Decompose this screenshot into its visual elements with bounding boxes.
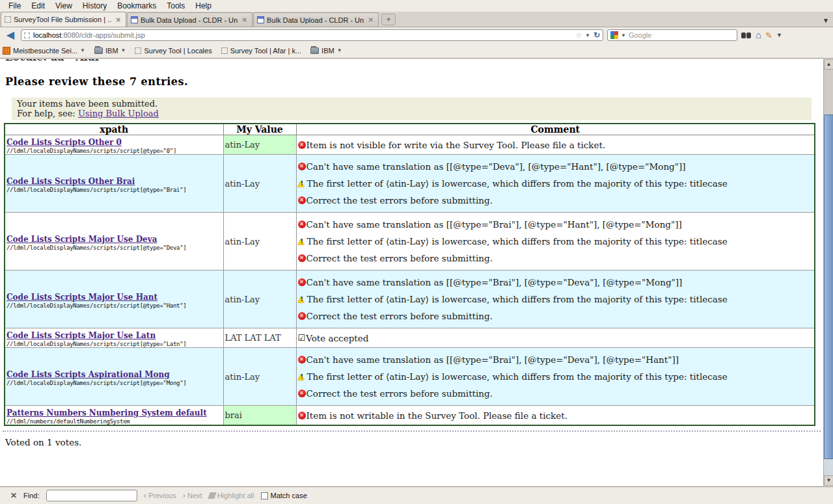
- bookmark-item-5[interactable]: IBM▼: [310, 47, 342, 55]
- menu-edit[interactable]: Edit: [27, 1, 49, 11]
- quill-icon[interactable]: ✎: [765, 31, 772, 40]
- xpath-link[interactable]: Code Lists Scripts Major Use Hant: [7, 293, 157, 302]
- google-logo-icon[interactable]: [610, 31, 618, 39]
- tab-close-icon[interactable]: ✕: [115, 16, 122, 23]
- comment-text: Can't have same translation as [[@type="…: [307, 161, 686, 172]
- navigation-toolbar: ◀ localhost:8080/cldr-apps/submit.jsp ☆ …: [0, 27, 833, 43]
- scrollbar-track[interactable]: [824, 70, 833, 114]
- binoculars-icon[interactable]: [741, 32, 752, 39]
- scrollbar-thumb[interactable]: [824, 114, 833, 459]
- comment-line: ✕Can't have same translation as [[@type=…: [298, 219, 813, 230]
- warning-icon: ▲!: [298, 373, 307, 381]
- page-title: Please review these 7 entries.: [5, 75, 823, 88]
- new-tab-button[interactable]: +: [381, 14, 396, 25]
- bookmark-item-1[interactable]: Meistbesuchte Sei...▼: [3, 47, 85, 55]
- my-value-cell: atin-Lay: [223, 213, 296, 271]
- reload-icon[interactable]: ↻: [594, 31, 600, 40]
- page-content: Locale: aa - Afar Please review these 7 …: [0, 59, 823, 486]
- xpath-link[interactable]: Code Lists Scripts Major Use Latn: [7, 331, 156, 340]
- comment-line: ✕Can't have same translation as [[@type=…: [298, 161, 813, 172]
- find-previous-button[interactable]: ‹ Previous: [144, 492, 176, 499]
- comment-text: Can't have same translation as [[@type="…: [307, 277, 683, 287]
- menu-tools[interactable]: Tools: [162, 1, 189, 11]
- bookmark-item-3[interactable]: Survey Tool | Locales: [135, 47, 212, 55]
- tab-3[interactable]: Bulk Data Upload - CLDR - Un...✕: [253, 12, 379, 27]
- vertical-scrollbar[interactable]: ▲ ▼: [823, 59, 833, 486]
- xpath-path: //ldml/localeDisplayNames/scripts/script…: [7, 187, 222, 193]
- url-domain: localhost: [33, 31, 61, 39]
- tab-title: Bulk Data Upload - CLDR - Un...: [267, 16, 364, 24]
- comment-text: The first letter of ⟨atin-Lay⟩ is lowerc…: [307, 178, 728, 189]
- menu-file[interactable]: File: [4, 1, 25, 11]
- url-path: :8080/cldr-apps/submit.jsp: [61, 31, 144, 39]
- comment-line: ✕Correct the test errors before submitti…: [298, 195, 813, 206]
- tab-bar: SurveyTool File Submission | ...✕Bulk Da…: [0, 12, 833, 27]
- bookmarks-toolbar: Meistbesuchte Sei...▼IBM▼Survey Tool | L…: [0, 43, 833, 59]
- url-text[interactable]: localhost:8080/cldr-apps/submit.jsp: [33, 31, 572, 39]
- using-bulk-upload-link[interactable]: Using Bulk Upload: [78, 109, 159, 118]
- table-row: Code Lists Scripts Major Use Hant//ldml/…: [5, 271, 815, 328]
- xpath-link[interactable]: Code Lists Scripts Aspirational Mong: [7, 370, 170, 379]
- submission-info-box: Your items have been submitted. For help…: [12, 98, 812, 120]
- my-value-cell: atin-Lay: [223, 155, 296, 213]
- bookmark-label: Survey Tool | Locales: [144, 47, 212, 55]
- list-all-tabs-icon[interactable]: ▼: [823, 17, 829, 24]
- find-next-button[interactable]: › Next: [183, 492, 202, 499]
- comment-line: ▲!The first letter of ⟨atin-Lay⟩ is lowe…: [298, 294, 813, 304]
- bookmark-label: Survey Tool | Afar | k...: [230, 47, 301, 55]
- tab-close-icon[interactable]: ✕: [367, 16, 375, 23]
- app-favicon-icon: [131, 16, 138, 23]
- comment-text: Item is not writable in the Survey Tool.…: [307, 410, 567, 421]
- comment-text: The first letter of ⟨atin-Lay⟩ is lowerc…: [307, 371, 728, 382]
- menu-history[interactable]: History: [78, 1, 111, 11]
- bookmark-dropdown-icon[interactable]: ▼: [121, 47, 126, 53]
- xpath-link[interactable]: Code Lists Scripts Other 0: [7, 138, 122, 147]
- table-row: Code Lists Scripts Other 0//ldml/localeD…: [5, 135, 815, 155]
- tab-close-icon[interactable]: ✕: [241, 16, 249, 23]
- home-icon[interactable]: ⌂: [756, 30, 761, 40]
- dashed-icon: [135, 47, 141, 54]
- scroll-up-icon[interactable]: ▲: [824, 59, 833, 70]
- comment-text: Can't have same translation as [[@type="…: [307, 219, 682, 230]
- menu-help[interactable]: Help: [191, 1, 216, 11]
- url-dropdown-icon[interactable]: ▼: [585, 33, 590, 38]
- comment-text: The first letter of ⟨atin-Lay⟩ is lowerc…: [307, 294, 728, 304]
- scroll-down-icon[interactable]: ▼: [824, 475, 833, 486]
- search-engine-dropdown-icon[interactable]: ▼: [621, 33, 626, 38]
- my-value-cell: atin-Lay: [223, 271, 296, 328]
- bookmark-item-4[interactable]: Survey Tool | Afar | k...: [221, 47, 301, 55]
- info-line1: Your items have been submitted.: [17, 99, 806, 109]
- back-button[interactable]: ◀: [4, 29, 17, 41]
- bookmark-dropdown-icon[interactable]: ▼: [337, 47, 342, 53]
- bookmark-star-icon[interactable]: ☆: [575, 31, 582, 40]
- tab-2[interactable]: Bulk Data Upload - CLDR - Un...✕: [127, 12, 253, 27]
- menu-view[interactable]: View: [51, 1, 77, 11]
- xpath-link[interactable]: Patterns Numbers Numbering System defaul…: [7, 408, 207, 418]
- match-case-checkbox[interactable]: Match case: [261, 492, 307, 499]
- search-placeholder[interactable]: Google: [629, 31, 734, 39]
- comment-line: ✕Item is not writable in the Survey Tool…: [298, 410, 813, 421]
- highlight-all-button[interactable]: Highlight all: [209, 492, 254, 499]
- dashed-icon: [221, 47, 228, 54]
- menu-bar: FileEditViewHistoryBookmarksToolsHelp: [0, 0, 833, 12]
- find-close-icon[interactable]: ✕: [10, 491, 17, 500]
- column-header-comment: Comment: [296, 124, 815, 135]
- xpath-link[interactable]: Code Lists Scripts Major Use Deva: [7, 235, 157, 244]
- comment-text: Can't have same translation as [[@type="…: [307, 354, 679, 365]
- tab-1[interactable]: SurveyTool File Submission | ...✕: [1, 12, 126, 27]
- menu-bookmarks[interactable]: Bookmarks: [113, 1, 161, 11]
- dotted-separator: [3, 431, 821, 432]
- toolbar-overflow-icon[interactable]: ▼: [776, 32, 782, 38]
- table-row: Code Lists Scripts Other Brai//ldml/loca…: [5, 155, 815, 213]
- table-row: Code Lists Scripts Aspirational Mong//ld…: [5, 348, 815, 406]
- comment-text: Correct the test errors before submittin…: [307, 195, 493, 206]
- search-bar[interactable]: ▼ Google: [607, 29, 737, 41]
- find-input[interactable]: [46, 490, 137, 501]
- xpath-link[interactable]: Code Lists Scripts Other Brai: [7, 177, 135, 186]
- app-favicon-icon: [257, 16, 264, 23]
- url-bar[interactable]: localhost:8080/cldr-apps/submit.jsp ☆ ▼ …: [21, 29, 603, 41]
- tab-title: SurveyTool File Submission | ...: [14, 16, 112, 23]
- bookmark-dropdown-icon[interactable]: ▼: [80, 47, 85, 53]
- bookmark-item-2[interactable]: IBM▼: [94, 47, 126, 55]
- comment-text: Correct the test errors before submittin…: [307, 311, 493, 321]
